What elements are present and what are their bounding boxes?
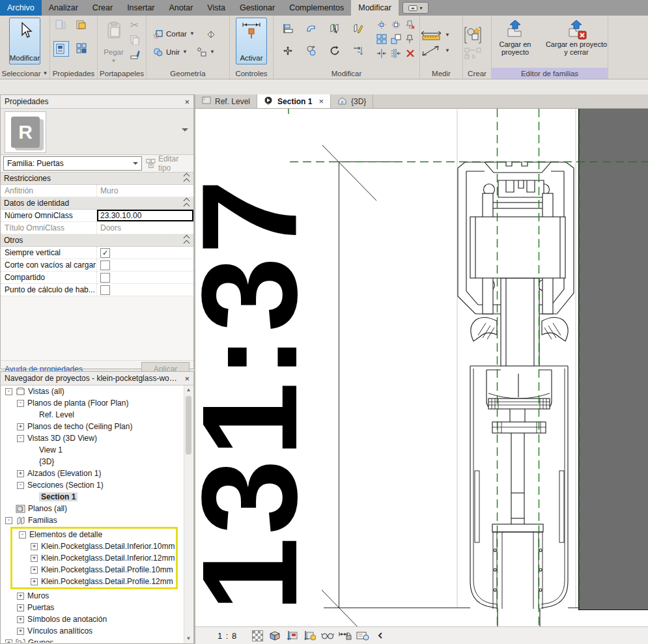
- scroll-down-icon[interactable]: ▼: [184, 634, 193, 643]
- property-group-header[interactable]: Restricciones: [1, 173, 193, 185]
- temporary-hide-isolate-button[interactable]: [321, 629, 334, 642]
- browser-scrollbar[interactable]: ▲ ▼: [184, 385, 193, 643]
- create-similar-button[interactable]: [389, 18, 403, 32]
- tree-item-grupos[interactable]: +Grupos: [1, 637, 184, 643]
- type-selector[interactable]: Familia: Puertas: [3, 156, 142, 171]
- scale-button[interactable]: [389, 32, 403, 46]
- expand-node-icon[interactable]: +: [31, 578, 38, 585]
- property-value[interactable]: Doors: [97, 222, 193, 234]
- tree-item-elementos-de-detalle[interactable]: -Elementos de detalle: [12, 529, 176, 540]
- mirror-axis-button[interactable]: [389, 46, 403, 61]
- scroll-thumb[interactable]: [186, 396, 191, 455]
- ribbon-tab-analizar[interactable]: Analizar: [42, 0, 85, 16]
- tree-item-view-1[interactable]: View 1: [1, 444, 184, 456]
- property-checkbox[interactable]: ✓: [100, 248, 110, 258]
- property-checkbox[interactable]: [100, 285, 110, 295]
- expand-node-icon[interactable]: +: [5, 639, 12, 643]
- collapse-node-icon[interactable]: -: [5, 388, 12, 395]
- array-button[interactable]: [374, 32, 389, 46]
- temporary-view-properties-button[interactable]: [356, 629, 369, 642]
- cut-profile-button[interactable]: [328, 21, 342, 36]
- tree-item-planos-de-planta-floor-plan-[interactable]: -Planos de planta (Floor Plan): [1, 397, 184, 409]
- dimension-lock-button[interactable]: [339, 629, 352, 642]
- view-tab--3d-[interactable]: {3D}: [331, 94, 373, 108]
- delete-button[interactable]: [403, 46, 417, 61]
- property-value[interactable]: [97, 284, 193, 296]
- collapse-group-icon[interactable]: [184, 236, 189, 245]
- collapse-group-icon[interactable]: [184, 199, 189, 208]
- properties-panel-titlebar[interactable]: Propiedades ×: [1, 95, 193, 109]
- type-properties-button[interactable]: [53, 41, 69, 57]
- property-value[interactable]: [97, 259, 193, 271]
- tree-item-vistas-3d-3d-view-[interactable]: -Vistas 3D (3D View): [1, 432, 184, 444]
- property-value[interactable]: ✓: [97, 247, 193, 259]
- close-properties-icon[interactable]: ×: [184, 97, 190, 107]
- edit-type-button[interactable]: Editar tipo: [146, 154, 191, 173]
- section-view-canvas[interactable]: 131:37: [195, 109, 648, 626]
- ribbon-tab-insertar[interactable]: Insertar: [120, 0, 162, 16]
- tree-item-v-nculos-anal-ticos[interactable]: +Vínculos analíticos: [1, 625, 184, 637]
- move-button[interactable]: [281, 44, 295, 58]
- pin-button[interactable]: [403, 32, 417, 46]
- close-browser-icon[interactable]: ×: [184, 374, 190, 384]
- measure-between-button[interactable]: ▼: [420, 44, 450, 57]
- load-as-group-button[interactable]: [463, 46, 483, 61]
- view-tab-section-1[interactable]: Section 1×: [257, 94, 331, 108]
- type-preview[interactable]: R: [1, 109, 193, 155]
- panel-label-seleccionar[interactable]: Seleccionar▼: [0, 68, 49, 79]
- reveal-hidden-button[interactable]: [303, 629, 317, 642]
- giant-annotation-text[interactable]: 131:37: [195, 176, 325, 612]
- tree-item-planos-de-techo-ceiling-plan-[interactable]: +Planos de techo (Ceiling Plan): [1, 421, 184, 432]
- load-into-project-close-button[interactable]: Cargar en proyecto y cerrar: [545, 18, 608, 66]
- ribbon-tab-modificar[interactable]: Modificar: [351, 0, 399, 16]
- tree-item-section-1[interactable]: Section 1: [1, 491, 184, 503]
- tree-item-klein-pocketglass-detail-profile-12mm[interactable]: +Klein.Pocketglass.Detail.Profile.12mm: [12, 576, 176, 587]
- match-type-button[interactable]: [128, 48, 142, 62]
- property-value[interactable]: Muro: [97, 185, 193, 197]
- tree-item-klein-pocketglass-detail-inferior-10mm[interactable]: +Klein.Pocketglass.Detail.Inferior.10mm: [12, 540, 176, 552]
- expand-node-icon[interactable]: +: [17, 470, 24, 477]
- tree-item-s-mbolos-de-anotaci-n[interactable]: +Símbolos de anotación: [1, 613, 184, 625]
- collapse-node-icon[interactable]: -: [17, 435, 24, 442]
- expand-node-icon[interactable]: +: [17, 423, 24, 430]
- create-group-button[interactable]: [463, 25, 483, 45]
- unpin-button[interactable]: [403, 18, 417, 32]
- copy-to-clipboard-button[interactable]: [128, 33, 142, 47]
- expand-node-icon[interactable]: +: [17, 616, 24, 623]
- scroll-up-icon[interactable]: ▲: [184, 385, 193, 394]
- tree-item-secciones-section-1-[interactable]: -Secciones (Section 1): [1, 479, 184, 491]
- mirror-project-button[interactable]: [374, 46, 389, 61]
- trim-extend-button[interactable]: [351, 44, 365, 58]
- expand-node-icon[interactable]: +: [17, 628, 24, 635]
- ribbon-tab-gestionar[interactable]: Gestionar: [232, 0, 282, 16]
- ribbon-tab-vista[interactable]: Vista: [200, 0, 232, 16]
- visual-style-button[interactable]: [268, 629, 281, 642]
- ribbon-tab-anotar[interactable]: Anotar: [162, 0, 201, 16]
- cut-to-clipboard-button[interactable]: ✂: [128, 18, 142, 32]
- family-types-button[interactable]: [74, 41, 89, 55]
- tree-item-alzados-elevation-1-[interactable]: +Alzados (Elevation 1): [1, 468, 184, 479]
- tree-item-planos-all-[interactable]: Planos (all): [1, 503, 184, 514]
- properties-palette-button[interactable]: [53, 18, 68, 32]
- view-tab-ref-level[interactable]: Ref. Level: [195, 94, 257, 108]
- ribbon-tab-archivo[interactable]: Archivo: [0, 0, 42, 16]
- property-checkbox[interactable]: [100, 273, 110, 283]
- expand-node-icon[interactable]: +: [31, 555, 38, 562]
- expand-node-icon[interactable]: +: [17, 604, 24, 611]
- split-element-button[interactable]: [351, 21, 365, 36]
- tree-item-klein-pocketglass-detail-inferior-12mm[interactable]: +Klein.Pocketglass.Detail.Inferior.12mm: [12, 552, 176, 564]
- collapse-group-icon[interactable]: [184, 174, 189, 184]
- tree-item-vistas-all-[interactable]: -Vistas (all): [1, 385, 184, 397]
- tree-item-klein-pocketglass-detail-profile-10mm[interactable]: +Klein.Pocketglass.Detail.Profile.10mm: [12, 564, 176, 576]
- ribbon-tab-complementos[interactable]: Complementos: [282, 0, 351, 16]
- collapse-node-icon[interactable]: -: [17, 400, 24, 407]
- collapse-node-icon[interactable]: -: [19, 531, 26, 539]
- ribbon-tab-crear[interactable]: Crear: [85, 0, 120, 16]
- property-group-header[interactable]: Datos de identidad: [1, 197, 193, 210]
- property-value[interactable]: [97, 272, 193, 283]
- property-group-header[interactable]: Otros: [1, 234, 193, 247]
- family-category-button[interactable]: [74, 18, 89, 32]
- expand-node-icon[interactable]: +: [17, 593, 24, 600]
- paste-button[interactable]: Pegar ▼: [102, 18, 126, 64]
- collapse-node-icon[interactable]: -: [17, 482, 24, 489]
